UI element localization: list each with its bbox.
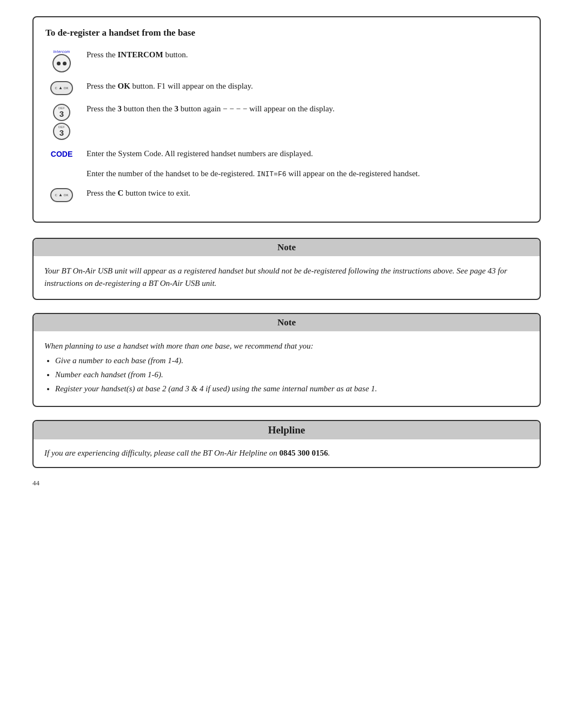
helpline-header: Helpline xyxy=(34,421,540,439)
intercom-instruction-text: Press the INTERCOM button. xyxy=(87,49,528,61)
ok-inner-content: C ▲ OK xyxy=(55,86,69,90)
helpline-box: Helpline If you are experiencing difficu… xyxy=(32,420,541,468)
c-btn-label: C xyxy=(55,193,57,197)
c-ok-label: OK xyxy=(64,193,69,197)
note2-body: When planning to use a handset with more… xyxy=(34,331,540,406)
note2-intro: When planning to use a handset with more… xyxy=(44,342,314,350)
intercom-dot-left xyxy=(57,62,61,65)
c-instruction-text: Press the C button twice to exit. xyxy=(87,187,528,199)
code-label: CODE xyxy=(51,149,72,158)
c-button-icon: C ▲ OK xyxy=(50,188,73,202)
c-inner-content: C ▲ OK xyxy=(55,193,69,197)
number-icon-cell xyxy=(45,168,78,169)
intercom-button-icon xyxy=(52,54,71,72)
main-instruction-box: To de-register a handset from the base I… xyxy=(32,16,541,223)
code-icon-cell: CODE xyxy=(45,148,78,158)
c-label: C xyxy=(55,86,57,90)
code-instruction-text: Enter the System Code. All registered ha… xyxy=(87,148,528,160)
note2-bullet-2: Number each handset (from 1-6). xyxy=(55,369,529,381)
instruction-row-c: C ▲ OK Press the C button twice to exit. xyxy=(45,187,528,202)
note1-header: Note xyxy=(34,239,540,256)
digit3-first: 3 xyxy=(59,109,64,118)
instruction-row-number: Enter the number of the handset to be de… xyxy=(45,168,528,180)
intercom-dot-right xyxy=(63,62,67,65)
note-box-1: Note Your BT On-Air USB unit will appear… xyxy=(32,238,541,300)
note2-bullet-3: Register your handset(s) at base 2 (and … xyxy=(55,383,529,395)
intercom-icon: Intercom xyxy=(52,50,71,72)
digit3-second: 3 xyxy=(59,128,64,137)
note2-bullet-list: Give a number to each base (from 1-4). N… xyxy=(55,355,529,396)
helpline-phone: 0845 300 0156 xyxy=(279,449,328,457)
note1-body: Your BT On-Air USB unit will appear as a… xyxy=(34,256,540,299)
c-icon-cell: C ▲ OK xyxy=(45,187,78,202)
helpline-text-start: If you are experiencing difficulty, plea… xyxy=(44,449,279,457)
num3-icon-second: DEF 3 xyxy=(53,123,70,140)
instruction-row-ok: C ▲ OK Press the OK button. F1 will appe… xyxy=(45,80,528,95)
intercom-text-label: Intercom xyxy=(53,50,70,54)
helpline-body: If you are experiencing difficulty, plea… xyxy=(34,439,540,467)
instruction-row-three: DEF 3 DEF 3 Press the 3 button then the … xyxy=(45,103,528,140)
ok-icon-cell: C ▲ OK xyxy=(45,80,78,95)
ok-instruction-text: Press the OK button. F1 will appear on t… xyxy=(87,80,528,92)
main-title: To de-register a handset from the base xyxy=(45,27,528,39)
instruction-row-code: CODE Enter the System Code. All register… xyxy=(45,148,528,160)
three-instruction-text: Press the 3 button then the 3 button aga… xyxy=(87,103,528,115)
note-box-2: Note When planning to use a handset with… xyxy=(32,313,541,407)
helpline-text-end: . xyxy=(328,449,330,457)
def-label-first: DEF xyxy=(58,106,65,110)
note1-text: Your BT On-Air USB unit will appear as a… xyxy=(44,266,507,288)
number-instruction-text: Enter the number of the handset to be de… xyxy=(87,168,528,180)
c-arrow-up-icon: ▲ xyxy=(58,193,63,197)
page-number: 44 xyxy=(32,479,541,487)
ok-label: OK xyxy=(64,86,69,90)
intercom-icon-cell: Intercom xyxy=(45,49,78,72)
note2-bullet-1: Give a number to each base (from 1-4). xyxy=(55,355,529,367)
num3-icon-first: DEF 3 xyxy=(53,104,70,121)
def-label-second: DEF xyxy=(58,125,65,129)
instruction-row-intercom: Intercom Press the INTERCOM button. xyxy=(45,49,528,72)
arrow-up-icon: ▲ xyxy=(58,86,63,90)
three-buttons-cell: DEF 3 DEF 3 xyxy=(45,103,78,140)
note2-header: Note xyxy=(34,314,540,331)
ok-button-icon: C ▲ OK xyxy=(50,81,73,95)
